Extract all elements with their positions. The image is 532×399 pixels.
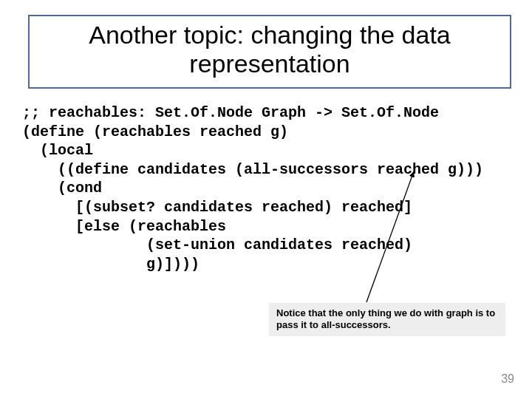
- page-number: 39: [501, 372, 514, 386]
- code-block: ;; reachables: Set.Of.Node Graph -> Set.…: [22, 103, 483, 273]
- callout-text: Notice that the only thing we do with gr…: [276, 307, 495, 330]
- slide-title: Another topic: changing the data represe…: [37, 21, 502, 78]
- title-box: Another topic: changing the data represe…: [28, 15, 511, 89]
- slide: Another topic: changing the data represe…: [0, 0, 532, 399]
- callout-box: Notice that the only thing we do with gr…: [269, 303, 505, 336]
